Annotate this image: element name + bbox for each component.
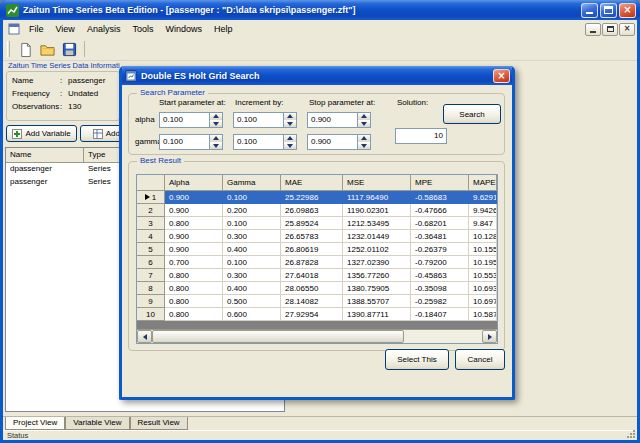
solution-input[interactable]: 10 xyxy=(395,128,447,144)
cell-mae[interactable]: 26.87828 xyxy=(281,256,343,269)
cell-gamma[interactable]: 0.100 xyxy=(223,217,281,230)
mdi-restore-icon[interactable] xyxy=(602,23,618,36)
column-header-alpha[interactable]: Alpha xyxy=(165,175,223,191)
column-header-mpe[interactable]: MPE xyxy=(411,175,469,191)
cancel-button[interactable]: Cancel xyxy=(455,349,505,370)
scrollbar-track[interactable] xyxy=(404,330,482,343)
row-header[interactable]: 10 xyxy=(137,308,165,321)
cell-mpe[interactable]: -0.35098 xyxy=(411,282,469,295)
gamma-start-spinner[interactable]: 0.100 xyxy=(159,134,223,150)
menu-analysis[interactable]: Analysis xyxy=(81,22,127,36)
result-row[interactable]: 8 0.800 0.400 28.06550 1380.75905 -0.350… xyxy=(137,282,497,295)
column-header-name[interactable]: Name xyxy=(6,148,84,163)
cell-mse[interactable]: 1380.75905 xyxy=(343,282,411,295)
column-header-mse[interactable]: MSE xyxy=(343,175,411,191)
cell-mpe[interactable]: -0.26379 xyxy=(411,243,469,256)
row-header[interactable]: 6 xyxy=(137,256,165,269)
mdi-close-icon[interactable]: × xyxy=(619,23,635,36)
result-row[interactable]: 7 0.800 0.300 27.64018 1356.77260 -0.458… xyxy=(137,269,497,282)
spin-down-icon[interactable] xyxy=(210,121,222,128)
spin-down-icon[interactable] xyxy=(284,143,296,150)
search-button[interactable]: Search xyxy=(443,104,501,124)
menu-view[interactable]: View xyxy=(50,22,81,36)
tab-result-view[interactable]: Result View xyxy=(130,417,188,430)
row-header[interactable]: 1 xyxy=(137,191,165,204)
menu-tools[interactable]: Tools xyxy=(126,22,159,36)
dialog-title-bar[interactable]: Double ES Holt Grid Search × xyxy=(121,66,513,85)
cell-gamma[interactable]: 0.300 xyxy=(223,230,281,243)
row-header[interactable]: 5 xyxy=(137,243,165,256)
cell-mpe[interactable]: -0.18407 xyxy=(411,308,469,321)
cell-mae[interactable]: 26.09863 xyxy=(281,204,343,217)
result-row[interactable]: 4 0.900 0.300 26.65783 1232.01449 -0.364… xyxy=(137,230,497,243)
spin-up-icon[interactable] xyxy=(284,113,296,121)
result-row[interactable]: 2 0.900 0.200 26.09863 1190.02301 -0.476… xyxy=(137,204,497,217)
cell-mae[interactable]: 26.80619 xyxy=(281,243,343,256)
cell-alpha[interactable]: 0.800 xyxy=(165,282,223,295)
save-icon[interactable] xyxy=(58,39,80,59)
alpha-increment-spinner[interactable]: 0.100 xyxy=(233,112,297,128)
result-row[interactable]: 10 0.800 0.600 27.92954 1390.87711 -0.18… xyxy=(137,308,497,321)
cell-alpha[interactable]: 0.700 xyxy=(165,256,223,269)
dialog-close-icon[interactable]: × xyxy=(493,69,510,83)
scroll-right-icon[interactable] xyxy=(482,330,497,343)
cell-mpe[interactable]: -0.79200 xyxy=(411,256,469,269)
maximize-icon[interactable] xyxy=(600,3,617,18)
cell-mae[interactable]: 28.14082 xyxy=(281,295,343,308)
menu-file[interactable]: File xyxy=(23,22,50,36)
cell-mae[interactable]: 27.92954 xyxy=(281,308,343,321)
cell-mpe[interactable]: -0.45863 xyxy=(411,269,469,282)
new-file-icon[interactable] xyxy=(14,39,36,59)
cell-mpe[interactable]: -0.68201 xyxy=(411,217,469,230)
cell-mpe[interactable]: -0.47666 xyxy=(411,204,469,217)
scrollbar-thumb[interactable] xyxy=(152,330,404,343)
title-bar[interactable]: Zaitun Time Series Beta Edition - [passe… xyxy=(0,0,640,20)
close-icon[interactable]: × xyxy=(619,3,636,18)
cell-mse[interactable]: 1212.53495 xyxy=(343,217,411,230)
cell-mape[interactable]: 10.553 xyxy=(469,269,497,282)
cell-mape[interactable]: 9.9426 xyxy=(469,204,497,217)
tab-variable-view[interactable]: Variable View xyxy=(65,417,129,430)
grid-horizontal-scrollbar[interactable] xyxy=(137,329,497,343)
cell-mae[interactable]: 25.22986 xyxy=(281,191,343,204)
toolbar-grip[interactable] xyxy=(7,41,10,57)
cell-alpha[interactable]: 0.900 xyxy=(165,243,223,256)
alpha-start-spinner[interactable]: 0.100 xyxy=(159,112,223,128)
spin-down-icon[interactable] xyxy=(358,143,370,150)
cell-alpha[interactable]: 0.800 xyxy=(165,269,223,282)
gamma-stop-spinner[interactable]: 0.900 xyxy=(307,134,371,150)
cell-mse[interactable]: 1356.77260 xyxy=(343,269,411,282)
cell-mse[interactable]: 1252.01102 xyxy=(343,243,411,256)
cell-mse[interactable]: 1117.96490 xyxy=(343,191,411,204)
cell-gamma[interactable]: 0.500 xyxy=(223,295,281,308)
cell-mape[interactable]: 10.128 xyxy=(469,230,497,243)
column-header-mape[interactable]: MAPE xyxy=(469,175,497,191)
column-header-gamma[interactable]: Gamma xyxy=(223,175,281,191)
cell-gamma[interactable]: 0.100 xyxy=(223,256,281,269)
alpha-stop-spinner[interactable]: 0.900 xyxy=(307,112,371,128)
cell-alpha[interactable]: 0.800 xyxy=(165,308,223,321)
result-row-selected[interactable]: 1 0.900 0.100 25.22986 1117.96490 -0.586… xyxy=(137,191,497,204)
row-header[interactable]: 8 xyxy=(137,282,165,295)
cell-mse[interactable]: 1388.55707 xyxy=(343,295,411,308)
cell-mape[interactable]: 10.693 xyxy=(469,282,497,295)
column-header-mae[interactable]: MAE xyxy=(281,175,343,191)
cell-gamma[interactable]: 0.300 xyxy=(223,269,281,282)
scroll-left-icon[interactable] xyxy=(137,330,152,343)
select-this-button[interactable]: Select This xyxy=(385,349,449,370)
cell-mape[interactable]: 9.847 xyxy=(469,217,497,230)
result-row[interactable]: 6 0.700 0.100 26.87828 1327.02390 -0.792… xyxy=(137,256,497,269)
cell-gamma[interactable]: 0.600 xyxy=(223,308,281,321)
row-header[interactable]: 7 xyxy=(137,269,165,282)
row-header[interactable]: 3 xyxy=(137,217,165,230)
menu-help[interactable]: Help xyxy=(208,22,239,36)
cell-mpe[interactable]: -0.25982 xyxy=(411,295,469,308)
cell-mae[interactable]: 28.06550 xyxy=(281,282,343,295)
spin-down-icon[interactable] xyxy=(210,143,222,150)
spin-down-icon[interactable] xyxy=(358,121,370,128)
row-header[interactable]: 4 xyxy=(137,230,165,243)
cell-alpha[interactable]: 0.900 xyxy=(165,204,223,217)
cell-mae[interactable]: 25.89524 xyxy=(281,217,343,230)
cell-mape[interactable]: 10.195 xyxy=(469,256,497,269)
spin-up-icon[interactable] xyxy=(284,135,296,143)
